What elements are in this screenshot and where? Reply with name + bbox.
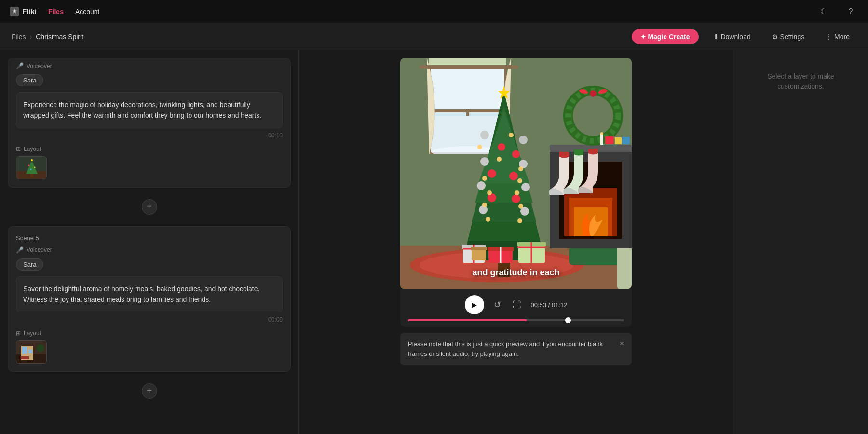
speaker-pill-4[interactable]: Sara xyxy=(16,74,43,86)
layout-section-5: ⊞ Layout xyxy=(16,330,283,364)
svg-point-56 xyxy=(477,145,482,149)
svg-rect-14 xyxy=(20,356,29,359)
breadcrumb-current-page: Christmas Spirit xyxy=(36,33,83,41)
svg-point-65 xyxy=(518,204,523,209)
logo-text: Fliki xyxy=(22,7,37,15)
svg-rect-91 xyxy=(615,137,622,144)
breadcrumb: Files › Christmas Spirit xyxy=(12,33,83,41)
video-preview[interactable]: and gratitude in each xyxy=(400,58,632,289)
speaker-pill-5[interactable]: Sara xyxy=(16,258,43,271)
breadcrumb-separator: › xyxy=(30,33,32,41)
toast-notification: Please note that this is just a quick pr… xyxy=(400,333,632,365)
scene-duration-5: 00:09 xyxy=(16,316,283,323)
svg-rect-13 xyxy=(28,350,32,353)
layout-icon-5: ⊞ xyxy=(16,330,21,337)
video-controls: ▶ ↺ ⛶ 00:53 / 01:12 xyxy=(400,289,632,327)
progress-thumb xyxy=(565,317,571,323)
center-panel: and gratitude in each ▶ ↺ ⛶ 00:53 / 01:1… xyxy=(299,50,733,434)
progress-fill xyxy=(408,319,568,321)
svg-point-61 xyxy=(517,178,522,183)
magic-create-button[interactable]: ✦ Magic Create xyxy=(632,29,699,44)
logo-icon: ★ xyxy=(10,7,19,16)
svg-rect-27 xyxy=(420,65,518,69)
layout-thumb-4[interactable] xyxy=(16,156,47,179)
svg-point-5 xyxy=(31,159,33,161)
add-scene-row-1: + xyxy=(0,195,298,218)
fullscreen-button[interactable]: ⛶ xyxy=(511,298,523,312)
time-separator: / xyxy=(548,301,552,309)
sub-header: Files › Christmas Spirit ✦ Magic Create … xyxy=(0,23,868,50)
help-button[interactable]: ? xyxy=(843,4,858,19)
scene-text-5[interactable]: Savor the delightful aroma of homely mea… xyxy=(16,276,283,312)
svg-point-8 xyxy=(30,168,32,170)
svg-point-6 xyxy=(28,164,30,166)
toast-message: Please note that this is just a quick pr… xyxy=(408,339,614,358)
scene-card-5: Scene 5 🎤 Voiceover Sara Savor the delig… xyxy=(8,226,291,372)
main-layout: 🎤 Voiceover Sara Experience the magic of… xyxy=(0,50,868,434)
layout-thumb-img-4 xyxy=(16,157,47,179)
svg-rect-4 xyxy=(30,174,33,177)
layout-label-4: ⊞ Layout xyxy=(16,146,283,152)
play-button[interactable]: ▶ xyxy=(465,295,484,314)
svg-point-63 xyxy=(515,190,519,195)
time-display: 00:53 / 01:12 xyxy=(531,301,568,309)
nav-files[interactable]: Files xyxy=(48,8,64,15)
mic-icon: 🎤 xyxy=(16,62,24,69)
svg-point-43 xyxy=(519,136,528,144)
svg-point-7 xyxy=(34,166,36,168)
svg-point-62 xyxy=(487,190,492,195)
svg-point-60 xyxy=(482,176,487,181)
add-scene-row-2: + xyxy=(0,380,298,403)
video-frame xyxy=(400,58,632,289)
breadcrumb-files[interactable]: Files xyxy=(12,33,26,41)
svg-rect-12 xyxy=(22,347,27,354)
layout-thumb-5[interactable] xyxy=(16,340,47,364)
top-nav: ★ Fliki Files Account ☾ ? xyxy=(0,0,868,23)
svg-point-66 xyxy=(486,217,490,222)
time-current: 00:53 xyxy=(531,301,547,309)
dark-mode-toggle[interactable]: ☾ xyxy=(816,4,831,19)
svg-point-15 xyxy=(37,344,44,352)
layout-label-5: ⊞ Layout xyxy=(16,330,283,337)
download-button[interactable]: ⬇ Download xyxy=(706,29,758,44)
scene-text-4[interactable]: Experience the magic of holiday decorati… xyxy=(16,92,283,128)
mic-icon-5: 🎤 xyxy=(16,246,24,254)
controls-row: ▶ ↺ ⛶ 00:53 / 01:12 xyxy=(408,295,624,314)
scene-card-4: 🎤 Voiceover Sara Experience the magic of… xyxy=(8,58,291,188)
svg-rect-92 xyxy=(622,137,630,144)
svg-point-51 xyxy=(521,183,530,191)
svg-point-89 xyxy=(590,90,597,97)
add-scene-button-1[interactable]: + xyxy=(142,199,157,215)
svg-point-58 xyxy=(497,157,502,162)
layout-thumb-img-5 xyxy=(16,341,47,364)
app-logo[interactable]: ★ Fliki xyxy=(10,7,37,16)
layout-section-4: ⊞ Layout xyxy=(16,146,283,179)
svg-point-46 xyxy=(480,157,489,166)
right-panel: Select a layer to make customizations. xyxy=(733,50,868,434)
progress-bar[interactable] xyxy=(408,319,624,321)
voiceover-label-5: 🎤 Voiceover xyxy=(16,246,283,254)
replay-button[interactable]: ↺ xyxy=(492,298,503,312)
svg-point-48 xyxy=(488,169,496,178)
add-scene-button-2[interactable]: + xyxy=(142,383,157,399)
svg-point-57 xyxy=(509,133,514,137)
nav-account[interactable]: Account xyxy=(75,8,100,15)
svg-rect-80 xyxy=(471,247,487,250)
svg-point-49 xyxy=(509,172,518,180)
more-button[interactable]: ⋮ More xyxy=(819,29,856,44)
svg-rect-93 xyxy=(600,134,603,145)
svg-point-42 xyxy=(480,131,489,139)
toast-close-button[interactable]: × xyxy=(620,339,624,348)
settings-button[interactable]: ⚙ Settings xyxy=(765,29,811,44)
subtitle-overlay: and gratitude in each xyxy=(472,268,559,278)
svg-point-50 xyxy=(477,181,486,190)
customization-hint: Select a layer to make customizations. xyxy=(745,71,856,92)
svg-point-59 xyxy=(518,166,523,171)
layout-icon-4: ⊞ xyxy=(16,146,21,152)
svg-rect-21 xyxy=(431,69,504,109)
voiceover-label-4: 🎤 Voiceover xyxy=(16,62,283,69)
scenes-panel: 🎤 Voiceover Sara Experience the magic of… xyxy=(0,50,299,434)
scene-duration-4: 00:10 xyxy=(16,132,283,139)
time-total: 01:12 xyxy=(552,301,568,309)
svg-point-45 xyxy=(512,150,520,158)
